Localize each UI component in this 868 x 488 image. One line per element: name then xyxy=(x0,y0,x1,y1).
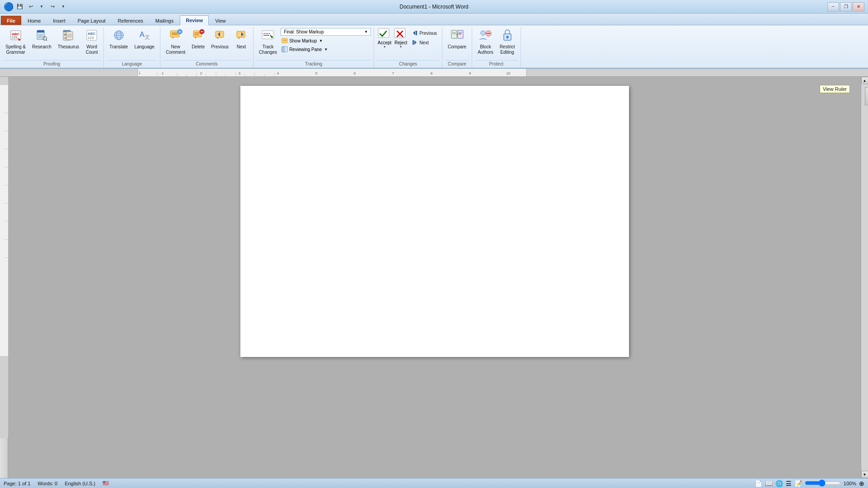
thesaurus-icon: ABC abc xyxy=(62,29,75,43)
language-group-label: Language xyxy=(107,60,157,68)
view-web-button[interactable]: 🌐 xyxy=(775,480,783,487)
qat-undo-arrow[interactable]: ▼ xyxy=(37,2,46,11)
scroll-down-button[interactable]: ▼ xyxy=(861,471,868,478)
next-change-button[interactable]: Next xyxy=(409,38,439,47)
changes-group-label: Changes xyxy=(377,60,439,68)
reviewing-pane-button[interactable]: Reviewing Pane ▼ xyxy=(281,46,371,53)
svg-text:└: └ xyxy=(138,71,141,76)
svg-marker-30 xyxy=(172,37,174,39)
restore-button[interactable]: ❐ xyxy=(840,2,852,11)
vertical-ruler xyxy=(0,77,8,478)
thesaurus-button[interactable]: ABC abc Thesaurus xyxy=(55,27,82,52)
previous-comment-label: Previous xyxy=(211,44,229,50)
svg-text:8: 8 xyxy=(431,71,433,75)
tab-view[interactable]: View xyxy=(209,16,232,25)
view-print-button[interactable]: 📄 xyxy=(755,480,762,487)
zoom-range[interactable] xyxy=(805,479,841,487)
word-count-icon: ABC 123 xyxy=(85,29,98,43)
previous-change-label: Previous xyxy=(419,31,437,36)
zoom-in-button[interactable]: ⊕ xyxy=(859,480,864,487)
translate-button[interactable]: Translate xyxy=(107,27,131,52)
svg-rect-107 xyxy=(0,356,8,438)
show-markup-button[interactable]: Show Markup ▼ xyxy=(281,37,371,44)
markup-dropdown[interactable]: Final: Show Markup ▼ xyxy=(281,28,371,36)
restrict-editing-label: RestrictEditing xyxy=(500,44,515,55)
svg-rect-57 xyxy=(394,28,405,38)
qat-undo[interactable]: ↩ xyxy=(26,2,35,11)
research-label: Research xyxy=(32,44,52,50)
svg-rect-77 xyxy=(0,69,138,77)
translate-label: Translate xyxy=(109,44,128,50)
svg-text:1: 1 xyxy=(162,71,164,75)
compare-icon xyxy=(450,29,464,43)
view-draft-button[interactable]: 📝 xyxy=(794,480,802,487)
qat-more[interactable]: ▼ xyxy=(59,2,68,11)
reject-button[interactable]: Reject ▼ xyxy=(393,27,408,49)
spelling-icon: ABC 123 xyxy=(9,29,22,43)
document-page[interactable] xyxy=(240,86,629,357)
research-button[interactable]: Research xyxy=(29,27,54,52)
svg-text:123: 123 xyxy=(12,36,17,39)
track-changes-button[interactable]: TrackChanges xyxy=(256,27,280,57)
svg-rect-52 xyxy=(282,38,287,43)
svg-text:6: 6 xyxy=(354,71,356,75)
view-outline-button[interactable]: ☰ xyxy=(786,480,792,487)
block-authors-button[interactable]: BlockAuthors xyxy=(475,27,496,57)
tab-insert[interactable]: Insert xyxy=(47,16,71,25)
compare-group-label: Compare xyxy=(445,60,469,68)
minimize-button[interactable]: − xyxy=(827,2,839,11)
qat-redo[interactable]: ↪ xyxy=(48,2,57,11)
block-authors-icon xyxy=(479,29,492,43)
restrict-editing-button[interactable]: RestrictEditing xyxy=(497,27,518,57)
show-markup-arrow: ▼ xyxy=(319,39,323,43)
reviewing-pane-arrow: ▼ xyxy=(324,47,328,52)
proofing-group-label: Proofing xyxy=(3,60,101,68)
ribbon-group-protect: BlockAuthors RestrictEditing Protect xyxy=(472,27,521,68)
previous-comment-button[interactable]: Previous xyxy=(208,27,231,52)
svg-text:3: 3 xyxy=(239,71,241,75)
svg-text:ABC: ABC xyxy=(88,32,96,36)
scroll-thumb[interactable] xyxy=(865,87,868,105)
qat-save[interactable]: 💾 xyxy=(15,2,24,11)
svg-marker-62 xyxy=(414,40,417,45)
previous-change-button[interactable]: Previous xyxy=(409,29,439,37)
delete-button[interactable]: Delete xyxy=(189,27,207,52)
new-comment-icon: + xyxy=(169,29,183,43)
language-button[interactable]: A 文 Language xyxy=(131,27,157,52)
word-count-button[interactable]: ABC 123 WordCount xyxy=(83,27,101,57)
tab-review[interactable]: Review xyxy=(180,15,209,25)
next-comment-label: Next xyxy=(237,44,246,50)
accept-button[interactable]: Accept ▼ xyxy=(377,27,392,49)
next-comment-button[interactable]: Next xyxy=(232,27,250,52)
svg-text:7: 7 xyxy=(392,71,394,75)
view-fullread-button[interactable]: 📖 xyxy=(765,480,773,487)
delete-icon xyxy=(192,29,205,43)
svg-text:文: 文 xyxy=(145,34,150,40)
tab-mailings[interactable]: Mailings xyxy=(150,16,179,25)
tab-page-layout[interactable]: Page Layout xyxy=(72,16,112,25)
tab-references[interactable]: References xyxy=(112,16,149,25)
spelling-grammar-button[interactable]: ABC 123 Spelling &Grammar xyxy=(3,27,28,57)
compare-button[interactable]: Compare xyxy=(445,27,469,52)
tab-home[interactable]: Home xyxy=(22,16,47,25)
tab-file[interactable]: File xyxy=(1,16,21,25)
new-comment-label: NewComment xyxy=(166,44,185,55)
svg-rect-108 xyxy=(0,85,8,356)
markup-dropdown-arrow: ▼ xyxy=(364,30,368,34)
svg-marker-46 xyxy=(238,38,239,39)
word-count-label: WordCount xyxy=(86,44,98,55)
new-comment-button[interactable]: + NewComment xyxy=(163,27,188,57)
vertical-scrollbar[interactable]: ▲ ▼ xyxy=(861,77,868,478)
svg-text:5: 5 xyxy=(315,71,318,75)
close-button[interactable]: ✕ xyxy=(853,2,864,11)
block-authors-label: BlockAuthors xyxy=(478,44,493,55)
svg-marker-42 xyxy=(216,38,218,39)
svg-rect-106 xyxy=(0,77,8,85)
scroll-up-button[interactable]: ▲ xyxy=(861,77,868,84)
language-icon: A 文 xyxy=(138,29,151,43)
svg-rect-65 xyxy=(458,30,463,38)
accept-arrow: ▼ xyxy=(383,45,386,48)
zoom-slider[interactable] xyxy=(805,479,841,488)
language-indicator: English (U.S.) xyxy=(65,481,95,486)
doc-body: ▲ ▼ xyxy=(0,77,868,478)
